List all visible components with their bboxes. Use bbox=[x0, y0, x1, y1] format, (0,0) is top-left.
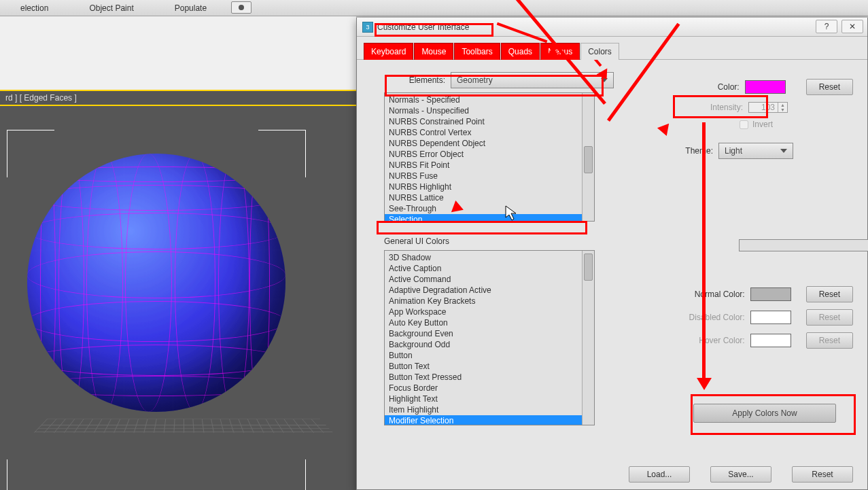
scrollbar[interactable] bbox=[582, 93, 594, 221]
reset-disabled-button: Reset bbox=[806, 309, 853, 326]
tab-menus[interactable]: Menus bbox=[540, 43, 580, 60]
sphere-object[interactable] bbox=[27, 154, 285, 412]
customize-ui-dialog: 3 Customize User Interface ? ✕ Keyboard … bbox=[356, 18, 868, 490]
dialog-titlebar[interactable]: 3 Customize User Interface ? ✕ bbox=[357, 18, 867, 37]
list-item[interactable]: NURBS Dependent Object bbox=[385, 138, 594, 149]
scrollbar[interactable] bbox=[582, 251, 594, 425]
apply-colors-now-button[interactable]: Apply Colors Now bbox=[693, 404, 836, 423]
list-item[interactable]: NURBS Highlight bbox=[385, 181, 594, 192]
list-item[interactable]: NURBS Fuse bbox=[385, 171, 594, 181]
list-item[interactable]: Active Caption bbox=[385, 263, 594, 274]
list-item[interactable]: Background Odd bbox=[385, 339, 594, 350]
list-item[interactable]: Item Highlight bbox=[385, 404, 594, 415]
invert-label: Invert bbox=[752, 120, 773, 129]
theme-label: Theme: bbox=[685, 146, 713, 156]
close-button[interactable]: ✕ bbox=[841, 20, 863, 33]
list-item[interactable]: NURBS Fit Point bbox=[385, 160, 594, 171]
color-elements-list[interactable]: Normals - SpecifiedNormals - Unspecified… bbox=[384, 92, 595, 222]
list-item[interactable]: Background Even bbox=[385, 328, 594, 339]
main-menubar[interactable]: election Object Paint Populate bbox=[0, 0, 868, 16]
list-item[interactable]: Highlight Text bbox=[385, 393, 594, 404]
color-label: Color: bbox=[718, 82, 740, 92]
list-item[interactable]: App Workspace bbox=[385, 307, 594, 317]
list-item[interactable]: Focus Border bbox=[385, 383, 594, 393]
list-item[interactable]: Active Command bbox=[385, 274, 594, 285]
theme-dropdown[interactable]: Light bbox=[718, 143, 793, 159]
list-item[interactable]: NURBS Error Object bbox=[385, 149, 594, 160]
reset-hover-button: Reset bbox=[806, 332, 853, 349]
invert-checkbox bbox=[740, 120, 748, 129]
general-ui-colors-list[interactable]: 3D ShadowActive CaptionActive CommandAda… bbox=[384, 250, 595, 425]
selection-bracket bbox=[258, 459, 306, 490]
tab-colors[interactable]: Colors bbox=[580, 43, 619, 60]
list-item[interactable]: Button Text bbox=[385, 361, 594, 372]
elements-label: Elements: bbox=[384, 75, 445, 85]
ribbon-strip bbox=[0, 16, 356, 91]
tab-toolbars[interactable]: Toolbars bbox=[454, 43, 500, 60]
intensity-spinner: ▲▼ bbox=[748, 102, 788, 113]
viewport-label: rd ] [ Edged Faces ] bbox=[0, 91, 356, 105]
list-item[interactable]: NURBS Control Vertex bbox=[385, 127, 594, 138]
chevron-down-icon bbox=[780, 149, 787, 153]
normal-color-label: Normal Color: bbox=[677, 290, 745, 299]
list-item[interactable]: Auto Key Button bbox=[385, 317, 594, 328]
list-item[interactable]: NURBS Lattice bbox=[385, 192, 594, 203]
tab-mouse[interactable]: Mouse bbox=[414, 43, 453, 60]
reset-color-button[interactable]: Reset bbox=[806, 79, 853, 95]
menu-item-populate[interactable]: Populate bbox=[175, 3, 207, 13]
help-button[interactable]: ? bbox=[816, 20, 837, 33]
disabled-color-swatch bbox=[750, 311, 791, 324]
dialog-title: Customize User Interface bbox=[377, 22, 469, 32]
selection-bracket bbox=[7, 459, 54, 490]
reset-normal-button[interactable]: Reset bbox=[806, 286, 853, 302]
elements-dropdown[interactable]: Geometry bbox=[451, 72, 614, 88]
save-button[interactable]: Save... bbox=[710, 466, 771, 483]
ground-grid bbox=[34, 419, 334, 433]
disabled-color-label: Disabled Color: bbox=[677, 313, 745, 322]
list-item[interactable]: Modifier Selection bbox=[385, 415, 594, 425]
list-item[interactable]: NURBS Constrained Point bbox=[385, 116, 594, 127]
normal-color-swatch[interactable] bbox=[750, 287, 791, 301]
list-item[interactable]: Adaptive Degradation Active bbox=[385, 285, 594, 296]
load-button[interactable]: Load... bbox=[629, 466, 690, 483]
tab-quads[interactable]: Quads bbox=[501, 43, 540, 60]
subcategory-dropdown[interactable] bbox=[739, 239, 868, 251]
chevron-down-icon bbox=[601, 78, 608, 82]
list-item[interactable]: 3D Shadow bbox=[385, 252, 594, 263]
viewport[interactable] bbox=[0, 105, 356, 490]
intensity-label: Intensity: bbox=[710, 103, 743, 112]
hover-color-label: Hover Color: bbox=[677, 336, 745, 345]
list-item[interactable]: Normals - Unspecified bbox=[385, 105, 594, 116]
reset-all-button[interactable]: Reset bbox=[792, 466, 853, 483]
list-item[interactable]: Animation Key Brackets bbox=[385, 296, 594, 307]
list-item[interactable]: Normals - Specified bbox=[385, 94, 594, 105]
theme-value: Light bbox=[725, 146, 742, 156]
hover-color-swatch bbox=[750, 334, 791, 347]
dialog-tabs: Keyboard Mouse Toolbars Quads Menus Colo… bbox=[357, 37, 867, 60]
elements-value: Geometry bbox=[457, 75, 493, 85]
menu-item-object-paint[interactable]: Object Paint bbox=[89, 3, 133, 13]
list-item[interactable]: Button bbox=[385, 350, 594, 361]
list-item[interactable]: Selection bbox=[385, 214, 594, 222]
app-icon: 3 bbox=[362, 22, 373, 33]
menu-item-selection[interactable]: election bbox=[20, 3, 48, 13]
color-swatch[interactable] bbox=[745, 80, 786, 94]
intensity-value bbox=[749, 103, 778, 112]
selection-bracket bbox=[258, 130, 306, 177]
list-item[interactable]: Button Text Pressed bbox=[385, 372, 594, 383]
tab-keyboard[interactable]: Keyboard bbox=[364, 43, 413, 60]
record-icon[interactable] bbox=[231, 1, 251, 14]
list-item[interactable]: See-Through bbox=[385, 203, 594, 214]
selection-bracket bbox=[7, 130, 54, 177]
